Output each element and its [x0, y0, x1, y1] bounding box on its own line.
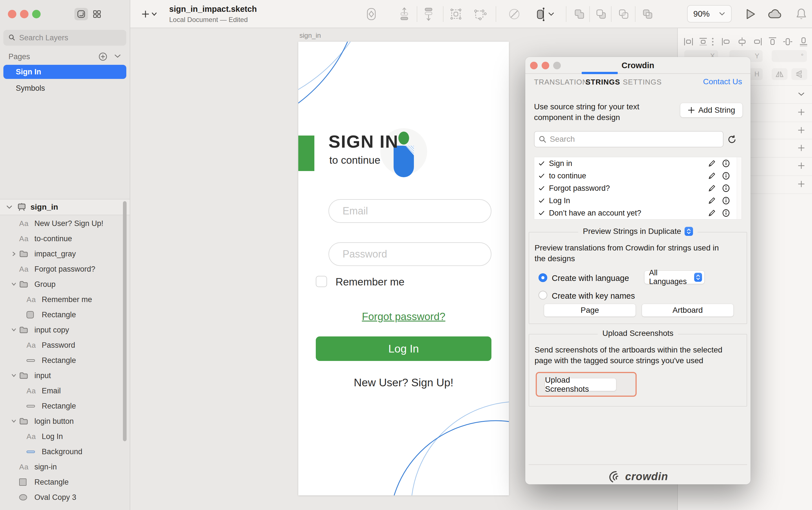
edit-pencil-icon[interactable] — [708, 184, 716, 192]
layer-row[interactable]: AaRemember me — [0, 292, 130, 307]
add-page-button[interactable] — [98, 52, 108, 61]
align-top-icon[interactable] — [766, 35, 779, 48]
fullscreen-window-button[interactable] — [32, 10, 40, 18]
layer-row[interactable]: impact_gray — [0, 246, 130, 262]
forgot-password-link[interactable]: Forgot password? — [298, 311, 509, 323]
layer-row[interactable]: Rectangle — [0, 353, 130, 368]
language-select[interactable]: All Languages — [644, 270, 704, 284]
string-row[interactable]: Forgot password? — [534, 182, 742, 194]
cloud-share-button[interactable] — [767, 6, 783, 22]
info-icon[interactable] — [722, 197, 730, 205]
layer-row[interactable]: Rectangle — [0, 398, 130, 414]
strings-search-input[interactable] — [550, 135, 719, 144]
layer-row[interactable]: Aasign-in — [0, 459, 130, 475]
chevron-down-icon[interactable] — [10, 373, 18, 379]
chevron-down-icon[interactable] — [10, 418, 18, 424]
ungroup-icon[interactable] — [472, 6, 488, 22]
group-icon[interactable] — [448, 6, 464, 22]
layer-row[interactable]: AaLog In — [0, 429, 130, 444]
info-icon[interactable] — [722, 159, 730, 168]
section-collapse-chevron-icon[interactable] — [795, 88, 808, 100]
string-row[interactable]: to continue — [534, 170, 742, 182]
add-shadow-button[interactable] — [796, 160, 806, 171]
edit-pencil-icon[interactable] — [708, 197, 716, 205]
layer-row[interactable]: Rectangle — [0, 475, 130, 490]
sign-up-text[interactable]: New User? Sign Up! — [298, 377, 509, 389]
create-symbol-icon[interactable] — [364, 6, 379, 22]
tab-translation[interactable]: TRANSLATION — [534, 78, 588, 87]
layer-row[interactable]: AaNew User? Sign Up! — [0, 216, 130, 231]
remember-me-checkbox[interactable] — [316, 276, 327, 287]
add-blur-button[interactable] — [796, 179, 806, 189]
more-options-dots-icon[interactable] — [709, 35, 716, 48]
grid-view-toggle[interactable] — [90, 8, 104, 20]
boolean-union-icon[interactable] — [572, 6, 587, 22]
boolean-subtract-icon[interactable] — [593, 6, 609, 22]
align-center-horizontal-icon[interactable] — [736, 35, 748, 48]
crowdin-titlebar[interactable]: Crowdin — [525, 57, 751, 74]
chevron-down-icon[interactable] — [10, 327, 18, 333]
insert-button[interactable] — [142, 6, 157, 22]
preview-play-button[interactable] — [743, 6, 758, 22]
collapse-pages-chevron-icon[interactable] — [114, 54, 121, 59]
string-row[interactable]: Log In — [534, 194, 742, 207]
layer-row[interactable]: AaPassword — [0, 337, 130, 353]
chevron-down-icon[interactable] — [6, 205, 12, 209]
layer-row[interactable]: AaForgot password? — [0, 262, 130, 277]
align-middle-vertical-icon[interactable] — [782, 35, 794, 48]
strings-search-field[interactable] — [534, 131, 723, 147]
close-window-button[interactable] — [8, 10, 16, 18]
string-row[interactable]: Don’t have an account yet? — [534, 207, 742, 219]
boolean-difference-icon[interactable] — [640, 6, 656, 22]
info-icon[interactable] — [722, 172, 730, 180]
layer-row[interactable]: AaEmail — [0, 383, 130, 398]
layer-row[interactable]: Oval Copy 3 — [0, 490, 130, 505]
flip-horizontal-button[interactable] — [772, 68, 787, 80]
edit-pencil-icon[interactable] — [708, 159, 716, 168]
strings-list-scrollbar[interactable] — [737, 157, 742, 219]
create-with-language-radio[interactable] — [539, 273, 547, 282]
layer-row[interactable]: Aato-continue — [0, 231, 130, 246]
edit-pencil-icon[interactable] — [708, 172, 716, 180]
info-icon[interactable] — [722, 209, 730, 217]
single-view-toggle[interactable] — [75, 8, 88, 20]
artboard-button[interactable]: Artboard — [642, 304, 734, 317]
chevron-right-icon[interactable] — [10, 251, 18, 257]
artboard-group-row[interactable]: sign_in — [0, 199, 130, 215]
layer-row[interactable]: Group — [0, 277, 130, 292]
notifications-bell-button[interactable] — [793, 6, 809, 22]
distribute-horizontally-icon[interactable] — [682, 35, 695, 48]
no-transform-icon[interactable] — [506, 6, 522, 22]
layer-row[interactable]: input copy — [0, 322, 130, 337]
add-style-button[interactable] — [796, 107, 806, 117]
dropdown-stepper-icon[interactable] — [685, 227, 693, 236]
password-field[interactable] — [328, 242, 491, 266]
rotation-field[interactable]: ° — [772, 50, 807, 62]
search-layers-input[interactable]: Search Layers — [3, 30, 126, 46]
create-with-key-names-radio[interactable] — [539, 291, 547, 300]
tab-strings[interactable]: STRINGS — [586, 78, 620, 87]
add-border-button[interactable] — [796, 143, 806, 153]
distribute-vertically-icon[interactable] — [697, 35, 709, 48]
align-bottom-icon[interactable] — [798, 35, 810, 48]
info-icon[interactable] — [722, 184, 730, 192]
page-button[interactable]: Page — [544, 304, 636, 317]
add-string-button[interactable]: Add String — [680, 103, 743, 118]
boolean-intersect-icon[interactable] — [616, 6, 632, 22]
align-right-icon[interactable] — [751, 35, 763, 48]
align-left-icon[interactable] — [720, 35, 732, 48]
log-in-button[interactable]: Log In — [316, 336, 491, 361]
layer-row[interactable]: login button — [0, 414, 130, 429]
minimize-window-button[interactable] — [20, 10, 28, 18]
layer-row[interactable]: input — [0, 368, 130, 383]
contact-us-link[interactable]: Contact Us — [703, 77, 742, 86]
sidebar-scrollbar[interactable] — [123, 201, 126, 441]
layer-row[interactable]: Background — [0, 444, 130, 459]
email-field[interactable] — [328, 199, 491, 223]
page-item-sign-in[interactable]: Sign In — [3, 65, 126, 79]
layer-row[interactable]: Rectangle — [0, 307, 130, 322]
string-row[interactable]: Sign in — [534, 157, 742, 170]
page-item-symbols[interactable]: Symbols — [3, 81, 126, 95]
preview-strings-dropdown[interactable]: Preview Strings in Duplicate — [578, 227, 698, 236]
send-backward-icon[interactable] — [420, 6, 436, 22]
